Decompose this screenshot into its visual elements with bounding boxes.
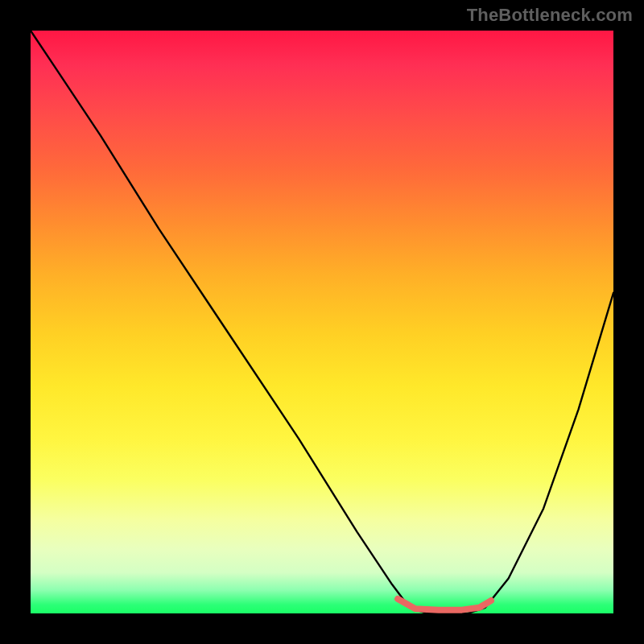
plot-area	[31, 31, 613, 613]
attribution-label: TheBottleneck.com	[467, 5, 633, 26]
curve-overlay	[31, 31, 613, 613]
chart-container: TheBottleneck.com	[0, 0, 644, 644]
dip-highlight	[398, 599, 491, 610]
bottleneck-curve	[31, 31, 613, 613]
